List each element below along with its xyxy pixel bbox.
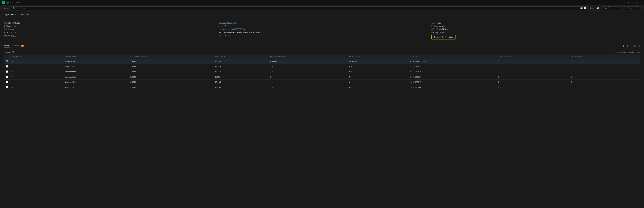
history-icon[interactable]: 🕐	[583, 7, 587, 10]
row-checkbox[interactable]	[6, 65, 8, 68]
section-actions: ⬇ ⊞ ⤢ ⊟ ⚙	[622, 44, 640, 47]
cell-loop-util: 1 %	[268, 64, 348, 69]
cell-loop-idle: 0 %	[348, 80, 408, 85]
filter-by-label: Filter by:	[2, 7, 9, 9]
cell-loop-lag: 25723.427417	[408, 80, 496, 85]
columns-row: Columns: ⊞ Max of 4 rows selected at a t…	[4, 51, 640, 54]
info-node: Node: 18.17.1	[4, 31, 213, 34]
cell-in-http: 45	[569, 59, 640, 64]
upload-icon[interactable]: ⬆	[640, 1, 642, 4]
cell-loop-util: 0.039 %	[268, 59, 348, 64]
cell-ext-memory: 2.3 MB	[128, 64, 213, 69]
cell-loop-idle: 0 %	[348, 85, 408, 90]
cell-heap-used: 12.2 MB	[213, 85, 268, 90]
row-checkbox-cell[interactable]	[4, 69, 10, 74]
tab-modules[interactable]: Modules36	[13, 44, 24, 47]
start-date-input[interactable]	[602, 6, 621, 10]
process-config-button[interactable]: Process Configuration	[431, 35, 456, 40]
info-uptime: Uptime: 5s	[218, 25, 426, 27]
row-checkbox-cell[interactable]	[4, 85, 10, 90]
main-content: Agent ID: 2985a21 Status: Live PID: 3900…	[0, 17, 644, 90]
row-checkbox-cell[interactable]	[4, 80, 10, 85]
app-title: N|Solid Console	[6, 2, 20, 4]
connections-icon[interactable]: ⇅	[636, 1, 638, 4]
cell-heap-used: 12.1 MB	[213, 64, 268, 69]
cell-thread-name: None specified	[63, 80, 128, 85]
cell-loop-lag: 25724.040041	[408, 64, 496, 69]
row-checkbox[interactable]	[6, 86, 8, 88]
grid-icon[interactable]: ⊞	[626, 44, 628, 47]
cell-loop-util: 1 %	[268, 69, 348, 74]
cell-in-http: 0	[569, 64, 640, 69]
end-date-input[interactable]	[623, 6, 642, 10]
row-checkbox-cell[interactable]	[4, 59, 10, 64]
table-header-row: THREAD ID THREAD NAME EXTERNAL MEMORY HE…	[4, 54, 640, 59]
agent-info-grid: Agent ID: 2985a21 Status: Live PID: 3900…	[4, 20, 640, 41]
save-filter-icon[interactable]: 💾	[580, 7, 583, 10]
date-label: Date:	[590, 7, 594, 9]
search-input[interactable]	[11, 6, 588, 10]
modules-badge: 36	[21, 45, 24, 47]
row-checkbox[interactable]	[6, 70, 8, 73]
expand-icon[interactable]: ⤢	[630, 44, 632, 47]
cell-thread-name: None specified	[63, 64, 128, 69]
cell-thread-id: 0	[10, 59, 63, 64]
info-platform: Platform darwin	[431, 25, 640, 27]
row-checkbox-cell[interactable]	[4, 64, 10, 69]
calendar-icon[interactable]: 📅	[596, 7, 600, 10]
help-icon[interactable]: ?	[628, 1, 629, 4]
info-col-3: Tags: None Platform darwin CPU: Apple M1…	[431, 22, 640, 40]
cell-in-http: 0	[569, 69, 640, 74]
tab-metrics[interactable]: Metrics	[4, 44, 10, 48]
th-thread-name: THREAD NAME	[63, 54, 128, 59]
cell-loop-util: 1 %	[268, 85, 348, 90]
status-dot	[4, 26, 5, 27]
download-icon[interactable]: ⬇	[622, 44, 624, 47]
cell-loop-idle: 96.094 %	[348, 59, 408, 64]
info-cpu-cores: CPU cores: 10	[218, 34, 426, 37]
cell-thread-id: 4	[10, 80, 63, 85]
row-checkbox-cell[interactable]	[4, 74, 10, 80]
cell-thread-name: None specified	[63, 85, 128, 90]
filter-input-wrap: 🔍 💾 🕐	[11, 6, 588, 10]
cell-loop-util: 1 %	[268, 80, 348, 85]
columns-grid-icon[interactable]: ⊞	[12, 51, 14, 54]
table-row: 0 None specified 1.4 MB 70.5 MB 0.039 % …	[4, 59, 640, 64]
settings-icon[interactable]: ⚙	[631, 1, 633, 4]
th-loop-idle: LOOP IDLE %	[348, 54, 408, 59]
filter-bar: Filter by: 🔍 💾 🕐 Date: 📅	[0, 5, 644, 11]
tab-applications[interactable]: Applications	[2, 12, 18, 17]
th-thread-id: THREAD ID	[10, 54, 63, 59]
title-bar-actions: ? ⚙ ⇅ ⬆	[628, 1, 642, 4]
row-checkbox[interactable]	[6, 60, 8, 62]
cell-loop-util: 1 %	[268, 74, 348, 80]
cell-ext-memory: 2.3 MB	[128, 74, 213, 80]
row-checkbox[interactable]	[6, 76, 8, 78]
info-pid: PID: 39000	[4, 28, 213, 30]
info-col-1: Agent ID: 2985a21 Status: Live PID: 3900…	[4, 22, 213, 40]
tab-functions[interactable]: Functions	[18, 12, 32, 17]
title-bar: N| N|Solid Console ? ⚙ ⇅ ⬆	[0, 0, 644, 5]
cell-loop-lag: 25723.952666	[408, 85, 496, 90]
cell-ext-memory: 2.3 MB	[128, 69, 213, 74]
row-checkbox[interactable]	[6, 81, 8, 83]
cell-thread-name: None specified	[63, 59, 128, 64]
tab-bar: Applications Functions	[0, 11, 644, 17]
info-hostname: Host Name: 02003A220500T7S	[218, 28, 426, 30]
cell-loop-idle: 0 %	[348, 74, 408, 80]
info-col-2: Application Name: demo Uptime: 5s Host N…	[218, 22, 426, 40]
filter-icon[interactable]: ⚙	[638, 44, 640, 47]
cell-out-http: 0	[496, 85, 569, 90]
app-logo: N|	[2, 1, 5, 4]
cell-in-http: 0	[569, 74, 640, 80]
table-row: 3 None specified 2.3 MB 12 MB 1 % 0 % 25…	[4, 74, 640, 80]
table-row: 5 None specified 2.3 MB 12.2 MB 1 % 0 % …	[4, 85, 640, 90]
table-icon[interactable]: ⊟	[634, 44, 636, 47]
cell-thread-id: 3	[10, 74, 63, 80]
cell-ext-memory: 2.3 MB	[128, 80, 213, 85]
cell-out-http: 0	[496, 69, 569, 74]
cell-loop-idle: 0 %	[348, 69, 408, 74]
cell-ext-memory: 1.4 MB	[128, 59, 213, 64]
info-process-config: Process Configuration	[431, 35, 640, 40]
cell-loop-lag: 0.06287884272185747	[408, 59, 496, 64]
